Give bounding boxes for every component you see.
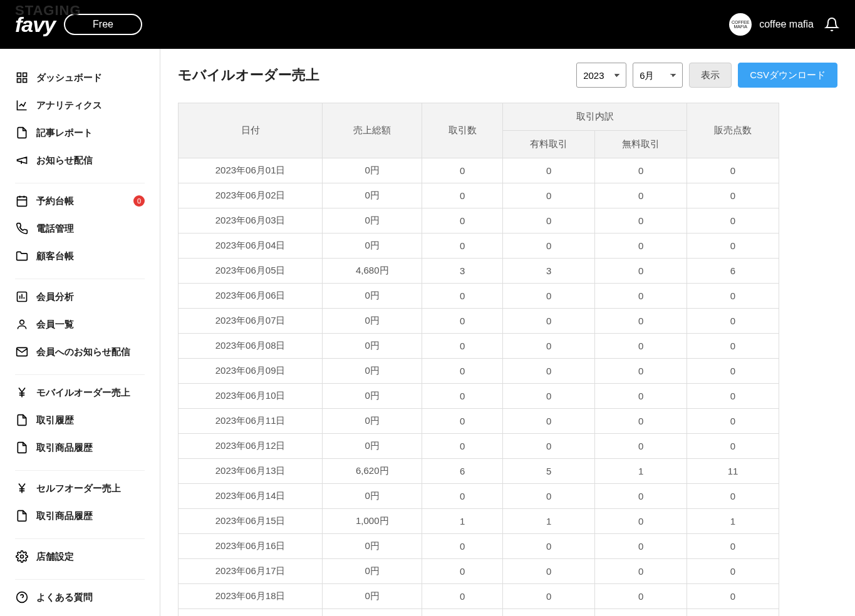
cell-tx: 0 <box>422 384 503 409</box>
sidebar-item-label: お知らせ配信 <box>36 155 93 167</box>
cell-paid: 0 <box>503 334 595 359</box>
th-tx-count: 取引数 <box>422 103 503 158</box>
cell-tx: 0 <box>422 609 503 617</box>
sidebar-item-customer-ledger[interactable]: 顧客台帳 <box>15 242 145 270</box>
table-row: 2023年06月19日0円0000 <box>179 609 779 617</box>
yen-icon <box>15 386 29 399</box>
cell-items: 6 <box>687 259 779 284</box>
cell-free: 0 <box>595 309 687 334</box>
cell-date: 2023年06月14日 <box>179 484 323 509</box>
month-select[interactable]: 6月 <box>633 63 683 88</box>
cell-total: 6,620円 <box>323 459 422 484</box>
phone-icon <box>15 222 29 235</box>
sidebar-item-member-notify[interactable]: 会員へのお知らせ配信 <box>15 338 145 366</box>
page-header: モバイルオーダー売上 2023 6月 表示 CSVダウンロード <box>178 63 837 88</box>
cell-items: 0 <box>687 234 779 259</box>
year-select[interactable]: 2023 <box>576 63 626 88</box>
cell-paid: 0 <box>503 434 595 459</box>
sidebar: ダッシュボードアナリティクス記事レポートお知らせ配信予約台帳0電話管理顧客台帳会… <box>0 49 160 616</box>
sidebar-item-analytics[interactable]: アナリティクス <box>15 91 145 119</box>
sidebar-item-tx-item-history[interactable]: 取引商品履歴 <box>15 434 145 461</box>
cell-paid: 0 <box>503 484 595 509</box>
sidebar-item-notify[interactable]: お知らせ配信 <box>15 146 145 174</box>
cell-items: 0 <box>687 309 779 334</box>
sidebar-item-label: 取引商品履歴 <box>36 510 93 522</box>
svg-rect-2 <box>23 79 27 83</box>
cell-paid: 0 <box>503 359 595 384</box>
sidebar-item-phone-manage[interactable]: 電話管理 <box>15 215 145 242</box>
sidebar-item-self-order-sales[interactable]: セルフオーダー売上 <box>15 475 145 502</box>
sidebar-item-reservation-ledger[interactable]: 予約台帳0 <box>15 187 145 215</box>
cell-free: 0 <box>595 234 687 259</box>
cell-free: 0 <box>595 559 687 584</box>
cell-total: 0円 <box>323 234 422 259</box>
cell-tx: 0 <box>422 309 503 334</box>
svg-rect-1 <box>23 73 27 77</box>
cell-paid: 0 <box>503 609 595 617</box>
cell-date: 2023年06月02日 <box>179 183 323 208</box>
cell-items: 0 <box>687 534 779 559</box>
cell-tx: 6 <box>422 459 503 484</box>
cell-tx: 0 <box>422 584 503 609</box>
cell-total: 0円 <box>323 284 422 309</box>
cell-free: 0 <box>595 208 687 234</box>
cell-paid: 1 <box>503 509 595 534</box>
cell-tx: 0 <box>422 334 503 359</box>
doc-icon <box>15 126 29 140</box>
th-free-tx: 無料取引 <box>595 131 687 158</box>
sidebar-item-tx-history[interactable]: 取引履歴 <box>15 406 145 434</box>
sidebar-item-article-report[interactable]: 記事レポート <box>15 119 145 146</box>
cell-paid: 0 <box>503 208 595 234</box>
bar-icon <box>15 290 29 304</box>
cell-total: 0円 <box>323 334 422 359</box>
notification-bell-icon[interactable] <box>824 16 840 33</box>
cell-free: 0 <box>595 384 687 409</box>
display-button[interactable]: 表示 <box>689 63 732 88</box>
sidebar-item-member-analysis[interactable]: 会員分析 <box>15 283 145 311</box>
cell-total: 0円 <box>323 584 422 609</box>
cell-tx: 0 <box>422 183 503 208</box>
cell-date: 2023年06月06日 <box>179 284 323 309</box>
table-row: 2023年06月09日0円0000 <box>179 359 779 384</box>
mail-icon <box>15 345 29 359</box>
sidebar-item-label: 取引商品履歴 <box>36 442 93 454</box>
sidebar-item-label: 店舗設定 <box>36 551 74 563</box>
sidebar-item-mobile-order-sales[interactable]: モバイルオーダー売上 <box>15 379 145 406</box>
table-row: 2023年06月12日0円0000 <box>179 434 779 459</box>
sidebar-item-member-list[interactable]: 会員一覧 <box>15 311 145 338</box>
cell-items: 0 <box>687 484 779 509</box>
sidebar-item-dashboard[interactable]: ダッシュボード <box>15 64 145 91</box>
cell-date: 2023年06月01日 <box>179 158 323 183</box>
sidebar-item-faq[interactable]: よくある質問 <box>15 583 145 611</box>
cell-date: 2023年06月07日 <box>179 309 323 334</box>
cell-date: 2023年06月17日 <box>179 559 323 584</box>
doc-icon <box>15 441 29 454</box>
cell-date: 2023年06月15日 <box>179 509 323 534</box>
cell-date: 2023年06月19日 <box>179 609 323 617</box>
gear-icon <box>15 550 29 563</box>
sidebar-badge: 0 <box>133 195 145 207</box>
table-row: 2023年06月08日0円0000 <box>179 334 779 359</box>
cell-tx: 1 <box>422 509 503 534</box>
username[interactable]: coffee mafia <box>759 19 814 30</box>
avatar[interactable]: COFFEE MAFIA <box>729 13 752 36</box>
th-paid-tx: 有料取引 <box>503 131 595 158</box>
cell-paid: 5 <box>503 459 595 484</box>
sidebar-item-store-settings[interactable]: 店舗設定 <box>15 543 145 570</box>
folder-icon <box>15 249 29 263</box>
cell-free: 0 <box>595 584 687 609</box>
cell-tx: 3 <box>422 259 503 284</box>
sidebar-item-tx-item-history-2[interactable]: 取引商品履歴 <box>15 502 145 530</box>
table-row: 2023年06月05日4,680円3306 <box>179 259 779 284</box>
cell-paid: 0 <box>503 158 595 183</box>
table-row: 2023年06月03日0円0000 <box>179 208 779 234</box>
cell-paid: 0 <box>503 559 595 584</box>
csv-download-button[interactable]: CSVダウンロード <box>738 63 837 88</box>
cell-items: 0 <box>687 384 779 409</box>
cell-free: 0 <box>595 534 687 559</box>
svg-rect-0 <box>18 73 21 77</box>
cell-free: 0 <box>595 434 687 459</box>
cell-date: 2023年06月18日 <box>179 584 323 609</box>
table-row: 2023年06月01日0円0000 <box>179 158 779 183</box>
cell-free: 0 <box>595 509 687 534</box>
